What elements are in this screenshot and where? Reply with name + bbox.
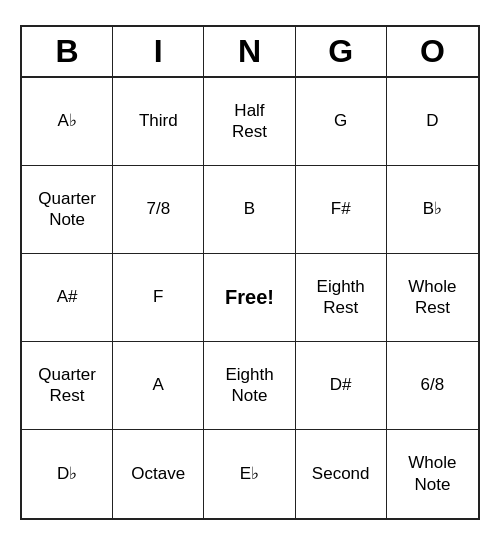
bingo-cell: QuarterNote — [22, 166, 113, 254]
bingo-cell: B — [204, 166, 295, 254]
bingo-cell: A♭ — [22, 78, 113, 166]
bingo-cell: A# — [22, 254, 113, 342]
bingo-cell: 6/8 — [387, 342, 478, 430]
bingo-cell: E♭ — [204, 430, 295, 518]
bingo-cell: F# — [296, 166, 387, 254]
bingo-cell: EighthNote — [204, 342, 295, 430]
bingo-cell: WholeNote — [387, 430, 478, 518]
header-letter: I — [113, 27, 204, 76]
bingo-cell: 7/8 — [113, 166, 204, 254]
header-letter: B — [22, 27, 113, 76]
bingo-cell: Third — [113, 78, 204, 166]
bingo-cell: HalfRest — [204, 78, 295, 166]
bingo-cell: A — [113, 342, 204, 430]
bingo-cell: D — [387, 78, 478, 166]
bingo-card: BINGO A♭ThirdHalfRestGDQuarterNote7/8BF#… — [20, 25, 480, 520]
header-letter: N — [204, 27, 295, 76]
bingo-cell: WholeRest — [387, 254, 478, 342]
bingo-cell: Octave — [113, 430, 204, 518]
bingo-cell: D# — [296, 342, 387, 430]
bingo-cell: F — [113, 254, 204, 342]
bingo-cell: Second — [296, 430, 387, 518]
bingo-header: BINGO — [22, 27, 478, 78]
header-letter: O — [387, 27, 478, 76]
bingo-cell: EighthRest — [296, 254, 387, 342]
bingo-cell: QuarterRest — [22, 342, 113, 430]
header-letter: G — [296, 27, 387, 76]
free-cell: Free! — [204, 254, 295, 342]
bingo-cell: D♭ — [22, 430, 113, 518]
bingo-grid: A♭ThirdHalfRestGDQuarterNote7/8BF#B♭A#FF… — [22, 78, 478, 518]
bingo-cell: B♭ — [387, 166, 478, 254]
bingo-cell: G — [296, 78, 387, 166]
